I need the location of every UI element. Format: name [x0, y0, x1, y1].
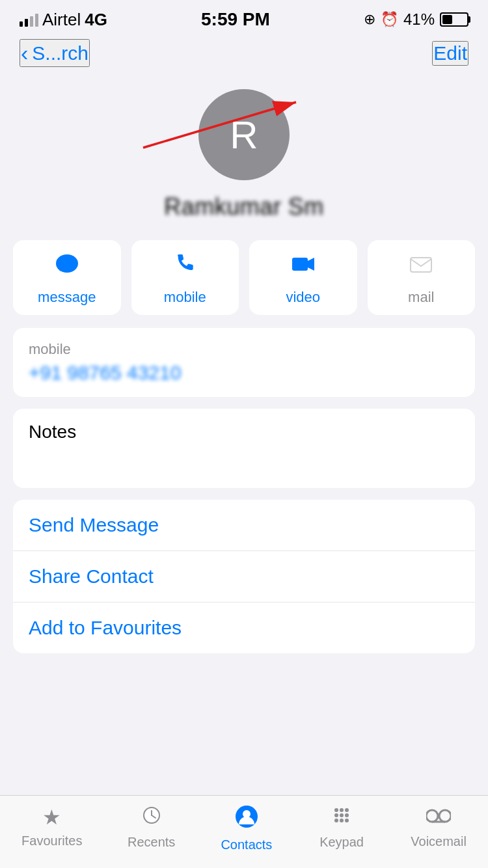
battery-percent: 41% — [403, 10, 435, 29]
video-button[interactable]: video — [249, 240, 357, 315]
video-label: video — [286, 289, 320, 306]
mail-label: mail — [408, 289, 434, 306]
mobile-button[interactable]: mobile — [131, 240, 239, 315]
battery-icon — [440, 12, 468, 27]
tab-favourites[interactable]: ★ Favourites — [21, 805, 82, 852]
action-buttons: message mobile video mail — [0, 240, 488, 328]
person-icon — [235, 805, 258, 834]
mail-icon — [409, 252, 433, 282]
message-button[interactable]: message — [13, 240, 121, 315]
tab-bar: ★ Favourites Recents Contacts — [0, 795, 488, 868]
share-contact-button[interactable]: Share Contact — [13, 550, 475, 602]
voicemail-icon — [426, 805, 451, 830]
phone-number[interactable]: +91 98765 43210 — [29, 362, 181, 384]
svg-point-16 — [334, 813, 338, 817]
action-list: Send Message Share Contact Add to Favour… — [13, 500, 475, 653]
tab-keypad[interactable]: Keypad — [316, 805, 368, 852]
edit-button[interactable]: Edit — [432, 41, 468, 66]
chevron-left-icon: ‹ — [21, 40, 28, 66]
signal-bars — [20, 12, 38, 27]
keypad-icon — [331, 805, 352, 831]
svg-rect-4 — [292, 258, 308, 271]
svg-point-2 — [56, 254, 78, 273]
network-label: 4G — [85, 10, 107, 30]
svg-point-21 — [345, 819, 349, 822]
send-message-button[interactable]: Send Message — [13, 500, 475, 550]
mobile-label: mobile — [164, 289, 206, 306]
tab-contacts[interactable]: Contacts — [221, 805, 273, 852]
notes-label: Notes — [29, 422, 459, 442]
contact-name: Ramkumar Sm — [164, 193, 324, 221]
back-label: S...rch — [32, 42, 88, 64]
tab-keypad-label: Keypad — [319, 835, 364, 850]
message-label: message — [38, 289, 96, 306]
svg-point-19 — [334, 819, 338, 822]
svg-point-22 — [426, 810, 438, 822]
avatar-initial: R — [230, 113, 258, 157]
clock-icon — [141, 805, 162, 831]
tab-recents[interactable]: Recents — [126, 805, 178, 852]
svg-point-20 — [340, 819, 344, 822]
contact-name-text: Ramkumar Sm — [164, 193, 324, 221]
tab-favourites-label: Favourites — [21, 834, 82, 848]
carrier-label: Airtel — [42, 10, 81, 30]
video-icon — [291, 252, 316, 282]
svg-point-13 — [334, 808, 338, 812]
svg-point-14 — [340, 808, 344, 812]
tab-voicemail-label: Voicemail — [411, 834, 467, 849]
phone-icon — [172, 252, 197, 282]
message-icon — [55, 252, 79, 282]
nav-bar: ‹ S...rch Edit — [0, 35, 488, 76]
star-icon: ★ — [42, 805, 61, 830]
notes-section: Notes — [13, 409, 475, 488]
svg-point-23 — [439, 810, 451, 822]
avatar: R — [198, 89, 290, 180]
status-right: ⊕ ⏰ 41% — [364, 10, 468, 29]
tab-contacts-label: Contacts — [221, 837, 272, 852]
contact-header: R Ramkumar Sm — [0, 76, 488, 240]
svg-marker-5 — [308, 258, 314, 271]
mobile-section-label: mobile — [29, 341, 459, 358]
tab-recents-label: Recents — [128, 835, 175, 850]
back-button[interactable]: ‹ S...rch — [20, 39, 90, 67]
status-time: 5:59 PM — [201, 9, 270, 30]
svg-point-15 — [345, 808, 349, 812]
add-favourites-button[interactable]: Add to Favourites — [13, 602, 475, 653]
svg-point-18 — [345, 813, 349, 817]
mail-button[interactable]: mail — [368, 240, 476, 315]
status-bar: Airtel 4G 5:59 PM ⊕ ⏰ 41% — [0, 0, 488, 35]
mobile-section: mobile +91 98765 43210 — [13, 328, 475, 397]
status-left: Airtel 4G — [20, 10, 107, 30]
svg-point-17 — [340, 813, 344, 817]
alarm-icon: ⏰ — [381, 11, 398, 28]
location-icon: ⊕ — [364, 11, 375, 28]
tab-voicemail[interactable]: Voicemail — [411, 805, 467, 852]
svg-rect-6 — [411, 258, 431, 272]
mobile-section-value: +91 98765 43210 — [29, 362, 459, 384]
